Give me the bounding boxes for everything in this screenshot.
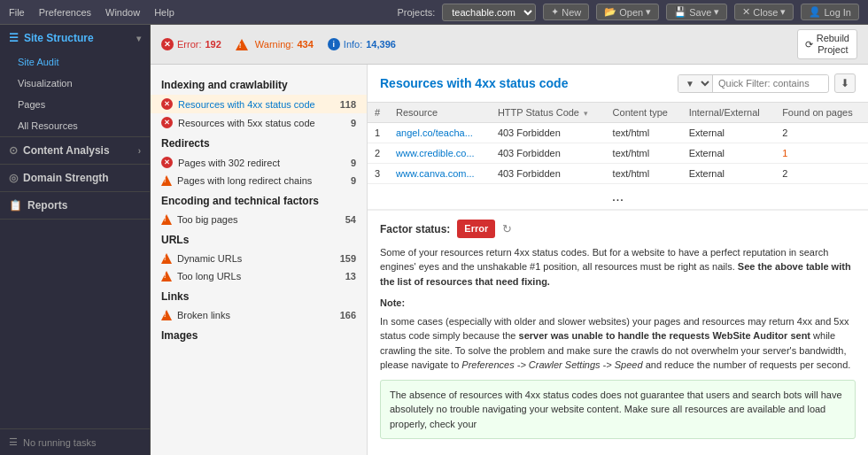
issue-label: Too big pages: [177, 214, 340, 225]
sidebar-content-analysis-label: Content Analysis: [23, 144, 110, 157]
status-bar: ✕ Error: 192 Warning: 434 i Info: 14,396…: [151, 25, 868, 65]
cell-http-status: 403 Forbidden: [491, 164, 606, 184]
refresh-icon[interactable]: ↻: [502, 220, 512, 238]
sidebar-reports-header[interactable]: 📋 Reports: [0, 192, 150, 219]
chevron-down-icon: ▾: [136, 34, 141, 43]
issue-dynamic-urls[interactable]: Dynamic URLs 159: [151, 250, 367, 267]
section-title-indexing: Indexing and crawlability: [151, 73, 367, 95]
col-content-type[interactable]: Content type: [606, 103, 682, 123]
sidebar-item-all-resources[interactable]: All Resources: [0, 115, 150, 136]
sidebar-item-pages[interactable]: Pages: [0, 94, 150, 115]
sidebar-section-domain-strength: ◎ Domain Strength: [0, 165, 150, 192]
content-analysis-chevron-icon: ›: [138, 146, 141, 156]
info-badge: i Info: 14,396: [328, 38, 396, 50]
info-icon: i: [328, 38, 340, 50]
close-button[interactable]: ✕ Close ▾: [734, 4, 794, 20]
sidebar-domain-strength-header[interactable]: ◎ Domain Strength: [0, 165, 150, 191]
filter-input[interactable]: [713, 75, 828, 91]
table-row: 3 www.canva.com... 403 Forbidden text/ht…: [368, 164, 868, 184]
sort-icon: ▾: [584, 109, 588, 118]
issue-count: 9: [351, 158, 356, 168]
issue-long-urls[interactable]: Too long URLs 13: [151, 267, 367, 285]
detail-toolbar: ▼ ⬇: [678, 73, 856, 93]
issue-label: Pages with 302 redirect: [178, 158, 345, 168]
col-http-status[interactable]: HTTP Status Code ▾: [491, 103, 606, 123]
factor-text-1: Some of your resources return 4xx status…: [380, 245, 856, 289]
no-running-tasks-icon: ☰: [9, 436, 18, 448]
resource-link[interactable]: angel.co/teacha...: [396, 127, 473, 138]
error-icon: ✕: [161, 117, 173, 128]
filter-input-wrap: ▼: [678, 74, 829, 93]
cell-resource[interactable]: www.credible.co...: [389, 143, 491, 164]
open-button[interactable]: 📂 Open ▾: [596, 4, 659, 20]
menu-preferences[interactable]: Preferences: [39, 7, 91, 18]
detail-header: Resources with 4xx status code ▼ ⬇: [368, 65, 868, 103]
new-button[interactable]: ✦ New: [543, 4, 589, 20]
issue-4xx[interactable]: ✕ Resources with 4xx status code 118: [151, 95, 367, 113]
cell-resource[interactable]: angel.co/teacha...: [389, 123, 491, 143]
warning-icon: [161, 253, 172, 264]
cell-resource[interactable]: www.canva.com...: [389, 164, 491, 184]
col-num: #: [368, 103, 389, 123]
sidebar: ☰ Site Structure ▾ Site Audit Visualizat…: [0, 25, 151, 455]
cell-num: 1: [368, 123, 389, 143]
detail-title: Resources with 4xx status code: [380, 76, 568, 90]
resource-link[interactable]: www.canva.com...: [396, 168, 475, 179]
issue-big-pages[interactable]: Too big pages 54: [151, 211, 367, 228]
section-title-images: Images: [151, 324, 367, 345]
issue-5xx[interactable]: ✕ Resources with 5xx status code 9: [151, 113, 367, 132]
issue-broken-links[interactable]: Broken links 166: [151, 306, 367, 324]
cell-found-on: 2: [775, 123, 868, 143]
cell-found-on[interactable]: 1: [775, 143, 868, 164]
issues-panel: Indexing and crawlability ✕ Resources wi…: [151, 65, 368, 455]
sidebar-section-reports: 📋 Reports: [0, 192, 150, 220]
cell-internal-external: External: [682, 164, 776, 184]
warning-label: Warning:: [255, 39, 294, 50]
sidebar-site-structure-header[interactable]: ☰ Site Structure ▾: [0, 25, 150, 51]
issue-long-redirect[interactable]: Pages with long redirect chains 9: [151, 172, 367, 189]
menu-window[interactable]: Window: [105, 7, 140, 18]
section-title-redirects: Redirects: [151, 132, 367, 153]
rebuild-button[interactable]: ⟳ Rebuild Project: [797, 29, 857, 59]
cell-found-on: 2: [775, 164, 868, 184]
projects-select[interactable]: teachable.com: [442, 4, 536, 21]
section-title-links: Links: [151, 285, 367, 306]
found-on-link[interactable]: 1: [782, 148, 787, 158]
factor-note-text: In some cases (especially with older and…: [380, 314, 856, 373]
error-label: Error:: [177, 39, 202, 50]
cell-content-type: text/html: [606, 164, 682, 184]
cell-http-status: 403 Forbidden: [491, 143, 606, 164]
warning-badge: Warning: 434: [236, 39, 314, 50]
error-icon: ✕: [161, 157, 173, 168]
issue-count: 13: [345, 271, 356, 281]
sidebar-content-analysis-header[interactable]: ⊙ Content Analysis ›: [0, 137, 150, 164]
col-internal-external[interactable]: Internal/External: [682, 103, 776, 123]
error-count: 192: [205, 39, 221, 50]
panels: Indexing and crawlability ✕ Resources wi…: [151, 65, 868, 455]
filter-select[interactable]: ▼: [678, 75, 713, 92]
warning-icon: [161, 175, 172, 186]
export-button[interactable]: ⬇: [834, 73, 856, 93]
menu-file[interactable]: File: [9, 7, 25, 18]
sidebar-reports-label: Reports: [27, 199, 67, 212]
error-icon: ✕: [161, 98, 173, 110]
green-note: The absence of resources with 4xx status…: [380, 380, 856, 440]
issue-label: Resources with 4xx status code: [178, 99, 335, 110]
factor-status-label: Factor status:: [380, 221, 450, 237]
issue-302[interactable]: ✕ Pages with 302 redirect 9: [151, 153, 367, 172]
login-button[interactable]: 👤 Log In: [801, 4, 859, 20]
menu-help[interactable]: Help: [154, 7, 174, 18]
projects-label: Projects:: [397, 7, 435, 18]
rebuild-icon: ⟳: [805, 39, 813, 50]
save-button[interactable]: 💾 Save ▾: [666, 4, 727, 20]
no-running-tasks-label: No running tasks: [23, 437, 97, 448]
cell-internal-external: External: [682, 123, 776, 143]
col-found-on[interactable]: Found on pages: [775, 103, 868, 123]
error-icon: ✕: [161, 38, 174, 50]
col-resource[interactable]: Resource: [389, 103, 491, 123]
resource-link[interactable]: www.credible.co...: [396, 148, 475, 158]
sidebar-item-site-audit[interactable]: Site Audit: [0, 51, 150, 73]
sidebar-item-visualization[interactable]: Visualization: [0, 73, 150, 94]
info-count: 14,396: [366, 39, 396, 50]
warning-icon: [161, 310, 172, 320]
